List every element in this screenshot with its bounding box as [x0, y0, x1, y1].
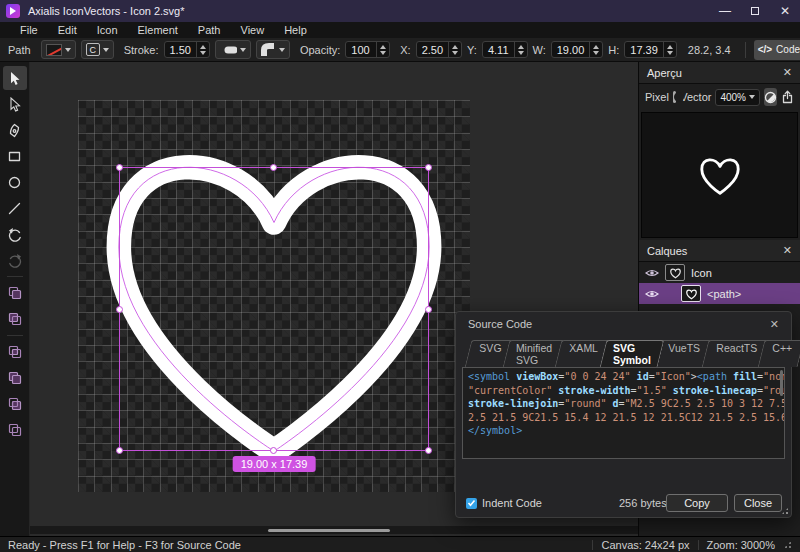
undo-icon	[7, 227, 23, 242]
no-fill-swatch-icon	[46, 44, 62, 56]
indent-code-checkbox[interactable]	[466, 498, 477, 509]
boolean-intersect-button[interactable]	[3, 340, 27, 364]
h-stepper[interactable]: 17.39	[624, 41, 677, 58]
titlebar: Axialis IconVectors - Icon 2.svg* — ✕	[0, 0, 800, 22]
canvas-board[interactable]: 19.00 x 17.39	[78, 100, 470, 492]
close-button[interactable]: ✕	[770, 0, 800, 22]
boolean-exclude-button[interactable]	[3, 366, 27, 390]
close-dialog-button[interactable]: Close	[734, 494, 782, 512]
y-value: 4.11	[483, 44, 514, 56]
handle-top-left[interactable]	[116, 164, 123, 171]
layer-thumbnail	[665, 264, 685, 281]
divider	[745, 42, 746, 58]
stepper-arrows-icon[interactable]	[514, 42, 527, 57]
undo-button[interactable]	[3, 222, 27, 246]
boolean-union-button[interactable]	[3, 281, 27, 305]
layer-row-path[interactable]: <path>	[639, 283, 800, 304]
preview-zoom-select[interactable]: 400%	[715, 89, 760, 106]
source-code-button[interactable]: </>Code	[754, 40, 800, 60]
menu-view[interactable]: View	[231, 24, 275, 36]
pixel-vector-toggle[interactable]	[673, 91, 676, 103]
y-label: Y:	[467, 44, 477, 56]
window-resize-grip[interactable]	[783, 540, 792, 549]
boolean-divide-button[interactable]	[3, 392, 27, 416]
app-logo-icon	[6, 4, 20, 18]
toggle-knob	[674, 92, 684, 102]
line-join-button[interactable]	[256, 40, 290, 59]
y-stepper[interactable]: 4.11	[482, 41, 528, 58]
pen-tool-button[interactable]	[3, 118, 27, 142]
vector-label: Vector	[680, 91, 711, 103]
h-value: 17.39	[625, 44, 663, 56]
code-scrollbar-thumb[interactable]	[780, 370, 783, 396]
visibility-eye-icon[interactable]	[645, 289, 659, 299]
layer-label: Icon	[691, 267, 712, 279]
horizontal-scrollbar-thumb[interactable]	[268, 529, 390, 532]
share-export-icon	[781, 90, 794, 104]
code-editor[interactable]: <symbol viewBox="0 0 24 24" id="Icon"><p…	[462, 367, 785, 459]
stroke-width-stepper[interactable]: 1.50	[164, 41, 210, 58]
line-cap-button[interactable]	[215, 40, 251, 59]
close-icon[interactable]: ✕	[770, 318, 779, 331]
layer-row-icon[interactable]: Icon	[639, 262, 800, 283]
tab-cpp[interactable]: C++	[758, 340, 800, 367]
stepper-arrows-icon[interactable]	[663, 42, 676, 57]
menu-element[interactable]: Element	[128, 24, 188, 36]
stroke-width-value: 1.50	[165, 44, 196, 56]
menu-icon[interactable]: Icon	[87, 24, 128, 36]
stepper-arrows-icon[interactable]	[589, 42, 602, 57]
menu-edit[interactable]: Edit	[48, 24, 87, 36]
preview-export-button[interactable]	[781, 88, 794, 106]
w-stepper[interactable]: 19.00	[551, 41, 604, 58]
handle-bottom-left[interactable]	[116, 447, 123, 454]
boolean-subtract-button[interactable]	[3, 307, 27, 331]
direct-select-tool-button[interactable]	[3, 92, 27, 116]
current-color-icon: C	[86, 43, 100, 56]
x-stepper[interactable]: 2.50	[416, 41, 462, 58]
opacity-value: 100	[346, 44, 376, 56]
handle-top-center[interactable]	[270, 164, 277, 171]
stepper-arrows-icon[interactable]	[448, 42, 461, 57]
menu-path[interactable]: Path	[188, 24, 231, 36]
menu-help[interactable]: Help	[274, 24, 317, 36]
handle-middle-left[interactable]	[116, 306, 123, 313]
selection-rectangle[interactable]	[119, 167, 429, 451]
select-tool-button[interactable]	[3, 66, 27, 90]
check-icon	[467, 499, 476, 507]
menu-file[interactable]: File	[10, 24, 48, 36]
divider	[592, 540, 593, 550]
stepper-arrows-icon[interactable]	[196, 42, 209, 57]
boolean-outline-button[interactable]	[3, 418, 27, 442]
visibility-eye-icon[interactable]	[645, 268, 659, 278]
preview-background-button[interactable]	[764, 88, 777, 106]
h-label: H:	[608, 44, 619, 56]
chevron-down-icon	[749, 95, 755, 99]
source-code-dialog: Source Code ✕ SVG Minified SVG XAML SVG …	[455, 311, 792, 518]
redo-button[interactable]	[3, 248, 27, 272]
close-icon[interactable]: ✕	[783, 244, 792, 257]
dialog-titlebar[interactable]: Source Code ✕	[456, 312, 791, 336]
handle-middle-right[interactable]	[425, 306, 432, 313]
close-icon[interactable]: ✕	[783, 66, 792, 79]
fill-color-button[interactable]	[41, 40, 76, 59]
code-icon: </>	[758, 44, 772, 55]
copy-button[interactable]: Copy	[666, 494, 728, 512]
opacity-stepper[interactable]: 100	[345, 41, 390, 58]
exclude-icon	[7, 370, 23, 386]
maximize-button[interactable]	[740, 0, 770, 22]
horizontal-scrollbar[interactable]	[30, 526, 638, 534]
line-tool-button[interactable]	[3, 196, 27, 220]
x-label: X:	[400, 44, 410, 56]
chevron-down-icon	[103, 48, 109, 52]
pen-icon	[7, 123, 22, 138]
divider	[7, 276, 23, 277]
contrast-icon	[764, 91, 777, 104]
stepper-arrows-icon[interactable]	[376, 42, 389, 57]
minimize-button[interactable]: —	[710, 0, 740, 22]
tab-svg-symbol[interactable]: SVG Symbol	[600, 340, 665, 367]
stroke-color-button[interactable]: C	[81, 40, 114, 59]
ellipse-icon	[7, 175, 22, 190]
chevron-down-icon	[65, 48, 71, 52]
ellipse-tool-button[interactable]	[3, 170, 27, 194]
rectangle-tool-button[interactable]	[3, 144, 27, 168]
